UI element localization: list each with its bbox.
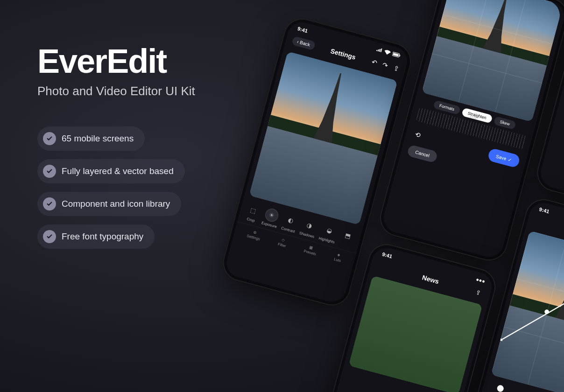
status-time: 9:41 (539, 206, 550, 214)
check-icon (43, 165, 56, 178)
screen-title: News (421, 273, 439, 285)
tab-filter[interactable]: ◇Filter (277, 237, 288, 248)
chevron-left-icon: ‹ (296, 39, 299, 44)
back-label: Back (299, 40, 310, 47)
check-icon: ✓ (508, 157, 513, 163)
redo-icon[interactable]: ↷ (382, 61, 389, 70)
channel-rgb[interactable]: RGB (494, 384, 505, 392)
check-icon (43, 132, 56, 145)
photo-preview[interactable] (249, 51, 398, 225)
svg-point-5 (544, 309, 550, 315)
feature-item: Component and icon library (37, 192, 181, 216)
crop-tool[interactable]: ⬚Crop (244, 202, 261, 224)
back-button[interactable]: ‹ Back (291, 36, 316, 50)
product-subtitle: Photo and Video Editor UI Kit (37, 84, 261, 98)
product-title: EverEdit (37, 42, 261, 80)
feature-label: Component and icon library (62, 199, 170, 209)
feature-item: Fully layered & vector based (37, 159, 185, 183)
check-icon (43, 197, 56, 210)
save-button[interactable]: Save✓ (487, 147, 521, 168)
shadows-tool[interactable]: ◑Shadows (299, 217, 318, 239)
contrast-tool[interactable]: ◐Contrast (281, 212, 299, 233)
feature-label: 65 mobile screens (62, 133, 134, 144)
tab-settings[interactable]: ⚙Settings (247, 229, 262, 241)
status-time: 9:41 (381, 251, 393, 259)
share-icon[interactable]: ⇪ (475, 288, 482, 296)
undo-icon[interactable]: ↶ (371, 58, 379, 67)
highlights-tool[interactable]: ◒Highlights (318, 222, 339, 245)
exposure-tool[interactable]: ☀Exposure (261, 207, 281, 229)
feature-item: Free font typography (37, 224, 155, 249)
feature-item: 65 mobile screens (37, 126, 145, 151)
share-icon[interactable]: ⇪ (393, 64, 400, 73)
tab-luts[interactable]: ◈Luts (333, 252, 343, 263)
feature-label: Free font typography (62, 231, 143, 242)
tab-presets[interactable]: ▦Presets (303, 244, 318, 256)
rotate-icon[interactable]: ⟲ (411, 127, 425, 143)
check-icon (43, 230, 56, 243)
status-time: 9:41 (297, 26, 308, 34)
screen-title: Settings (330, 47, 356, 61)
crop-icon[interactable]: ⬒ (338, 228, 356, 249)
feature-label: Fully layered & vector based (62, 166, 174, 176)
